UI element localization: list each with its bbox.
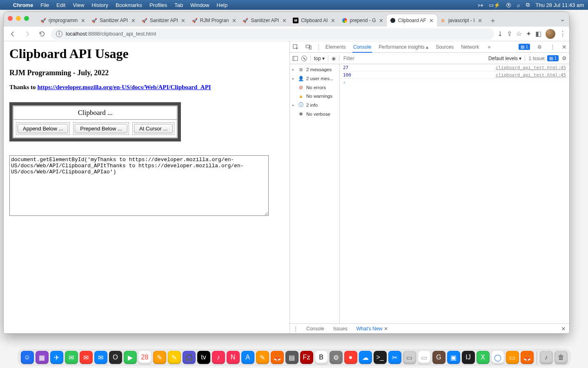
devtools-more-tabs-icon[interactable]: »: [486, 44, 493, 50]
inspect-element-icon[interactable]: [292, 44, 300, 50]
console-sidebar-row[interactable]: ▸≣2 messages: [290, 65, 339, 74]
devtools-tab-console[interactable]: Console: [352, 42, 372, 52]
clear-console-icon[interactable]: [301, 56, 307, 61]
console-sidebar-row[interactable]: ▸👤2 user mes...: [290, 74, 339, 83]
tab-overflow-button[interactable]: ⌄: [560, 15, 565, 23]
drawer-tab-console[interactable]: Console: [305, 324, 325, 333]
live-expression-icon[interactable]: ◉: [332, 56, 336, 61]
bookmark-star-icon[interactable]: ☆: [516, 30, 522, 38]
dock-app-icon[interactable]: ⚙: [330, 351, 343, 364]
install-icon[interactable]: ⤓: [497, 30, 503, 38]
drawer-menu-icon[interactable]: ⋮: [293, 326, 298, 332]
drawer-tab-issues[interactable]: Issues: [332, 324, 348, 333]
extensions-icon[interactable]: ✦: [526, 30, 531, 38]
dock-app-icon[interactable]: O: [109, 351, 122, 364]
dock-app-icon[interactable]: ▶: [124, 351, 137, 364]
dock-app-icon[interactable]: 28: [138, 351, 151, 364]
dock-app-icon[interactable]: B: [315, 351, 328, 364]
battery-icon[interactable]: ▭⚡: [489, 2, 500, 8]
dock-app-icon[interactable]: ▣: [447, 351, 460, 364]
tab-close-icon[interactable]: ✕: [80, 18, 86, 23]
browser-tab[interactable]: Sanitizer API✕: [138, 14, 189, 27]
console-issues-link[interactable]: 1 Issue: ▤ 1: [528, 55, 559, 61]
console-log-line[interactable]: 100clipboard_api_test.html:45: [340, 72, 569, 79]
menu-file[interactable]: File: [40, 2, 49, 8]
at-cursor-button[interactable]: At Cursor ...: [134, 124, 173, 133]
site-info-icon[interactable]: i: [56, 31, 62, 37]
output-textarea[interactable]: [9, 155, 269, 216]
console-filter-input[interactable]: [343, 55, 485, 62]
dock-app-icon[interactable]: ✉: [65, 351, 78, 364]
browser-tab[interactable]: Sanitizer API✕: [88, 14, 138, 27]
device-toolbar-icon[interactable]: [305, 44, 313, 50]
console-sidebar-row[interactable]: ⊘No errors: [290, 83, 339, 92]
browser-tab[interactable]: Clipboard AF✕: [387, 14, 437, 27]
tab-close-icon[interactable]: ✕: [477, 18, 483, 23]
devtools-tab-elements[interactable]: Elements: [325, 42, 347, 52]
menu-help[interactable]: Help: [217, 2, 228, 8]
dock-app-icon[interactable]: 🎧: [183, 351, 196, 364]
menu-bookmarks[interactable]: Bookmarks: [116, 2, 142, 8]
dock-app-icon[interactable]: ✂: [388, 351, 401, 364]
menu-window[interactable]: Window: [190, 2, 209, 8]
drawer-close-whats-new-icon[interactable]: ✕: [384, 326, 388, 332]
dock-app-icon[interactable]: Fz: [300, 351, 313, 364]
dock-app-icon[interactable]: ▦: [36, 351, 49, 364]
dock-app-icon[interactable]: 🦊: [271, 351, 284, 364]
drawer-tab-whats-new[interactable]: What's New ✕: [356, 324, 389, 333]
dock-app-icon[interactable]: ♪: [212, 351, 225, 364]
dock-app-icon[interactable]: tv: [197, 351, 210, 364]
devtools-settings-icon[interactable]: ⚙: [536, 44, 543, 50]
omnibox[interactable]: i localhost:8888/clipboard_api_test.html: [51, 28, 494, 40]
devtools-menu-icon[interactable]: ⋮: [549, 44, 556, 50]
tab-close-icon[interactable]: ✕: [180, 18, 186, 23]
tab-close-icon[interactable]: ✕: [281, 18, 287, 23]
console-sidebar-row[interactable]: ▸ⓘ2 info: [290, 100, 339, 110]
profile-avatar[interactable]: [546, 29, 555, 39]
bluetooth-icon[interactable]: ᚛ᚐ: [478, 2, 483, 8]
dock-app-icon[interactable]: N: [227, 351, 240, 364]
menubar-app-name[interactable]: Chrome: [13, 2, 33, 8]
menu-tab[interactable]: Tab: [174, 2, 183, 8]
control-center-icon[interactable]: ⧉: [526, 2, 530, 8]
console-output[interactable]: 27clipboard_api_test.html:45100clipboard…: [340, 64, 569, 323]
tab-close-icon[interactable]: ✕: [330, 18, 336, 23]
browser-tab[interactable]: RJM Progran✕: [189, 14, 240, 27]
dock-app-icon[interactable]: 🗑: [555, 351, 568, 364]
console-prompt[interactable]: ›: [340, 79, 569, 86]
sidepanel-icon[interactable]: ◧: [535, 30, 541, 38]
dock-app-icon[interactable]: ✉: [80, 351, 93, 364]
dock-app-icon[interactable]: X: [477, 351, 490, 364]
browser-tab[interactable]: rjmprogramm✕: [37, 14, 88, 27]
dock-app-icon[interactable]: ✉: [94, 351, 107, 364]
dock-app-icon[interactable]: ◯: [491, 351, 504, 364]
dock-app-icon[interactable]: ▭: [403, 351, 416, 364]
chrome-menu-icon[interactable]: ⋮: [559, 30, 566, 38]
log-levels-select[interactable]: Default levels ▾: [488, 56, 521, 61]
devtools-tab-perf-insights[interactable]: Performance insights ▴: [378, 42, 429, 52]
console-sidebar-toggle-icon[interactable]: [292, 56, 298, 61]
dock-app-icon[interactable]: ✎: [256, 351, 269, 364]
thanks-link[interactable]: https://developer.mozilla.org/en-US/docs…: [37, 84, 211, 90]
menubar-clock[interactable]: Thu 28 Jul 11:43 am: [535, 2, 584, 8]
append-below-button[interactable]: Append Below ...: [18, 124, 68, 133]
console-source-link[interactable]: clipboard_api_test.html:45: [496, 65, 566, 70]
tab-close-icon[interactable]: ✕: [130, 18, 136, 23]
dock-app-icon[interactable]: ●: [344, 351, 357, 364]
devtools-close-icon[interactable]: ✕: [562, 44, 567, 50]
reload-button[interactable]: [36, 28, 48, 40]
drawer-close-icon[interactable]: ✕: [561, 325, 566, 332]
share-icon[interactable]: ⇪: [507, 30, 512, 38]
browser-tab[interactable]: prepend - G✕: [339, 14, 387, 27]
tab-close-icon[interactable]: ✕: [379, 18, 384, 23]
dock-app-icon[interactable]: ▤: [285, 351, 298, 364]
devtools-message-badge[interactable]: ▤ 1: [519, 44, 530, 50]
window-zoom-button[interactable]: [24, 16, 29, 21]
console-sidebar-row[interactable]: ✱No verbose: [290, 110, 339, 119]
browser-tab[interactable]: ≣javascript - I✕: [437, 14, 486, 27]
tab-close-icon[interactable]: ✕: [231, 18, 237, 23]
wifi-icon[interactable]: ⦿: [506, 2, 511, 8]
dock-app-icon[interactable]: ▭: [506, 351, 519, 364]
dock-app-icon[interactable]: IJ: [462, 351, 475, 364]
menu-profiles[interactable]: Profiles: [149, 2, 167, 8]
